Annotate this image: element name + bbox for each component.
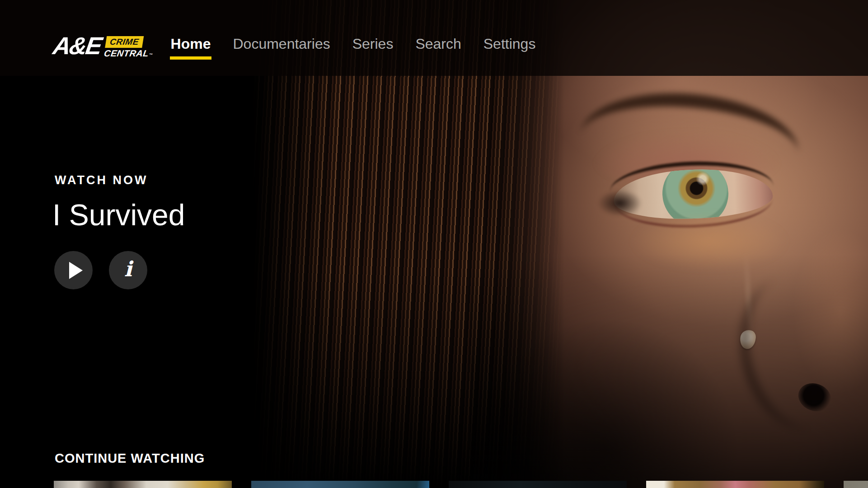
nav-item-series[interactable]: Series — [352, 36, 394, 52]
watch-now-kicker: WATCH NOW — [55, 173, 148, 187]
play-button[interactable] — [54, 251, 93, 289]
nav-item-home-label: Home — [171, 36, 211, 52]
central-word: CENTRAL — [103, 49, 150, 58]
nav-item-home[interactable]: Home — [171, 36, 211, 52]
continue-watching-thumbnail-5[interactable] — [844, 481, 868, 488]
info-icon: i — [124, 259, 132, 279]
top-navigation-bar: A&E CRIME CENTRAL ™ Home Documentaries S… — [0, 0, 868, 76]
continue-watching-thumbnail-2[interactable] — [251, 481, 429, 488]
trademark-symbol: ™ — [149, 53, 153, 57]
continue-watching-heading: CONTINUE WATCHING — [55, 451, 205, 466]
ae-crime-central-logo[interactable]: A&E CRIME CENTRAL ™ — [52, 33, 156, 58]
crime-badge: CRIME — [105, 36, 144, 48]
nav-item-series-label: Series — [352, 36, 394, 52]
nav-item-settings[interactable]: Settings — [483, 36, 536, 52]
active-tab-underline — [170, 56, 212, 60]
info-button[interactable]: i — [109, 251, 147, 289]
continue-watching-thumbnail-3[interactable] — [449, 481, 627, 488]
featured-title: I Survived — [52, 198, 185, 232]
main-nav: Home Documentaries Series Search Setting… — [171, 36, 536, 52]
hero-action-buttons: i — [54, 251, 147, 289]
continue-watching-thumbnail-4[interactable] — [646, 481, 824, 488]
crime-central-lockup: CRIME CENTRAL ™ — [103, 36, 156, 58]
play-icon — [69, 262, 83, 279]
nav-item-settings-label: Settings — [483, 36, 536, 52]
nav-item-documentaries[interactable]: Documentaries — [233, 36, 330, 52]
continue-watching-thumbnail-1[interactable] — [54, 481, 232, 488]
ae-logo-text: A&E — [52, 33, 108, 58]
nav-item-search-label: Search — [415, 36, 461, 52]
nav-item-documentaries-label: Documentaries — [233, 36, 330, 52]
central-text: CENTRAL ™ — [103, 49, 154, 58]
continue-watching-row — [54, 481, 868, 488]
nav-item-search[interactable]: Search — [415, 36, 461, 52]
